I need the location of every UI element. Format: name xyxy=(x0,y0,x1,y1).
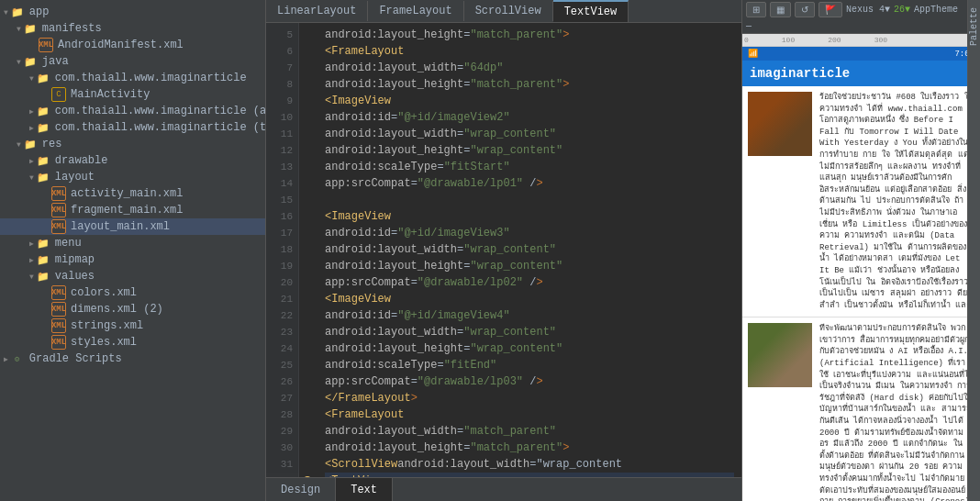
gutter-line xyxy=(299,159,317,175)
nexus-label[interactable]: Nexus 4▼ xyxy=(846,5,890,15)
code-line: android:layout_width="64dp" xyxy=(325,60,734,76)
line-number: 19 xyxy=(266,258,298,274)
article-thumbnail xyxy=(748,92,812,156)
code-line: <ImageView xyxy=(325,93,734,109)
phone-content: 📶7:00imaginarticleร้อยใจช่วยประชาวัน #60… xyxy=(742,47,980,501)
tree-label: MainActivity xyxy=(71,88,150,101)
tree-arrow: ▼ xyxy=(29,74,34,83)
tree-label: manifests xyxy=(42,22,102,35)
tree-item-values[interactable]: ▼📁values xyxy=(0,268,265,284)
tree-item-drawable[interactable]: ▶📁drawable xyxy=(0,152,265,169)
gutter-line xyxy=(299,373,317,390)
line-number: 14 xyxy=(266,175,298,192)
line-number: 23 xyxy=(266,324,298,340)
tree-label: fragment_main.xml xyxy=(71,204,183,217)
code-line: android:layout_height="wrap_content" xyxy=(325,340,734,357)
folder-icon: 📁 xyxy=(23,137,38,151)
tree-item-mainactivity[interactable]: CMainActivity xyxy=(0,86,265,103)
tree-item-mipmap[interactable]: ▶📁mipmap xyxy=(0,251,265,268)
tab-scrollview[interactable]: ScrollView xyxy=(464,1,553,21)
bottom-tab-bar: DesignText xyxy=(266,477,741,501)
tab-framelayout[interactable]: FrameLayout xyxy=(368,1,463,21)
tree-label: app xyxy=(29,6,50,18)
code-line: android:layout_height="wrap_content" xyxy=(325,142,734,159)
xml-icon: XML xyxy=(51,186,66,201)
tree-item-gradle[interactable]: ▶⚙Gradle Scripts xyxy=(0,351,265,367)
tree-item-androidmanifest[interactable]: XMLAndroidManifest.xml xyxy=(0,37,265,53)
gutter-line xyxy=(299,225,317,241)
tree-item-com3[interactable]: ▶📁com.thaiall.www.imaginarticle (test) xyxy=(0,119,265,136)
tree-item-com2[interactable]: ▶📁com.thaiall.www.imaginarticle (andro..… xyxy=(0,103,265,119)
tab-linearlayout[interactable]: LinearLayout xyxy=(266,1,368,21)
tree-label: activity_main.xml xyxy=(71,187,183,200)
status-bar: 📶7:00 xyxy=(742,47,980,61)
tree-arrow: ▶ xyxy=(29,239,34,248)
layout-button[interactable]: ▦ xyxy=(770,2,791,17)
tab-textview[interactable]: TextView xyxy=(553,0,629,22)
line-number: 21 xyxy=(266,291,298,307)
line-number: 26 xyxy=(266,373,298,390)
grid-button[interactable]: ⊞ xyxy=(746,2,766,17)
line-number: 17 xyxy=(266,225,298,241)
bottom-tab-text[interactable]: Text xyxy=(336,478,393,501)
tree-item-com1[interactable]: ▼📁com.thaiall.www.imaginarticle xyxy=(0,70,265,86)
tree-item-menu[interactable]: ▶📁menu xyxy=(0,235,265,251)
article-thumbnail xyxy=(748,323,812,387)
flag-button[interactable]: 🚩 xyxy=(819,2,842,17)
bottom-tab-design[interactable]: Design xyxy=(266,478,336,501)
line-numbers: 5678910111213141516171819202122232425262… xyxy=(266,23,299,477)
right-panel: ⊞ ▦ ↺ 🚩 Nexus 4▼ 26▼ AppTheme ✕ — 0 100 … xyxy=(741,0,980,501)
folder-icon: 📁 xyxy=(36,269,50,284)
tree-arrow: ▶ xyxy=(29,124,34,132)
tree-item-colors[interactable]: XMLcolors.xml xyxy=(0,284,265,301)
tree-item-strings[interactable]: XMLstrings.xml xyxy=(0,317,265,334)
tree-item-java[interactable]: ▼📁java xyxy=(0,53,265,70)
line-number: 6 xyxy=(266,43,298,60)
line-number: 7 xyxy=(266,60,298,76)
tree-label: menu xyxy=(55,237,82,250)
file-tree: ▼📁app▼📁manifestsXMLAndroidManifest.xml▼📁… xyxy=(0,0,266,501)
folder-icon: 📁 xyxy=(36,252,50,267)
xml-icon: XML xyxy=(51,335,66,350)
tree-arrow: ▶ xyxy=(29,256,34,264)
line-number: 5 xyxy=(266,27,298,43)
gutter-line xyxy=(299,93,317,109)
gutter-line xyxy=(299,456,317,473)
gutter-line xyxy=(299,324,317,340)
xml-icon: XML xyxy=(51,318,66,333)
theme-label[interactable]: AppTheme xyxy=(914,5,958,15)
code-line: android:layout_height="wrap_content" xyxy=(325,258,734,274)
tree-item-res[interactable]: ▼📁res xyxy=(0,136,265,152)
tree-item-dimens[interactable]: XMLdimens.xml (2) xyxy=(0,301,265,317)
folder-icon: 📁 xyxy=(36,170,50,184)
tree-item-app[interactable]: ▼📁app xyxy=(0,4,265,20)
tree-item-manifests[interactable]: ▼📁manifests xyxy=(0,20,265,37)
editor-tab-bar: LinearLayoutFrameLayoutScrollViewTextVie… xyxy=(266,0,741,23)
article-item: ร้อยใจช่วยประชาวัน #608 ใบเรื่องราว ในคว… xyxy=(742,86,980,317)
tree-item-activity_main[interactable]: XMLactivity_main.xml xyxy=(0,185,265,202)
code-line: android:layout_width="wrap_content" xyxy=(325,126,734,142)
line-number: 25 xyxy=(266,357,298,373)
code-line: <FrameLayout xyxy=(325,43,734,60)
tree-label: com.thaiall.www.imaginarticle (test) xyxy=(55,121,266,134)
gutter-line xyxy=(299,274,317,291)
refresh-button[interactable]: ↺ xyxy=(795,2,815,17)
palette-tab[interactable]: Palette xyxy=(967,0,980,501)
tree-label: com.thaiall.www.imaginarticle xyxy=(55,72,247,84)
tree-label: com.thaiall.www.imaginarticle (andro... xyxy=(55,105,266,117)
line-number: 9 xyxy=(266,93,298,109)
line-number: 11 xyxy=(266,126,298,142)
minimize-icon[interactable]: — xyxy=(746,21,752,31)
api-label[interactable]: 26▼ xyxy=(894,5,910,15)
tree-item-fragment_main[interactable]: XMLfragment_main.xml xyxy=(0,202,265,218)
xml-icon: XML xyxy=(39,38,53,52)
tree-item-layout_main[interactable]: XMLlayout_main.xml xyxy=(0,218,265,235)
tree-arrow: ▶ xyxy=(4,355,8,363)
tree-item-styles[interactable]: XMLstyles.xml xyxy=(0,334,265,351)
tree-item-layout[interactable]: ▼📁layout xyxy=(0,169,265,185)
tree-label: layout xyxy=(55,171,95,184)
code-content[interactable]: android:layout_height="match_parent"> <F… xyxy=(317,23,741,477)
article-text: ร้อยใจช่วยประชาวัน #608 ใบเรื่องราว ในคว… xyxy=(819,92,974,311)
line-number: 28 xyxy=(266,406,298,423)
code-line: android:id="@+id/imageView3" xyxy=(325,225,734,241)
